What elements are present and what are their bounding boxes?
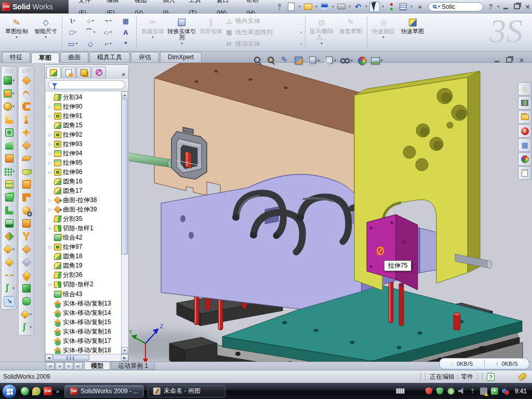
solidworks-search-button[interactable]: S [518, 124, 531, 138]
restore-button[interactable] [512, 3, 521, 10]
spline-dropdown-icon[interactable]: ▾ [110, 19, 112, 23]
circle-button[interactable]: ○▾ [82, 15, 99, 26]
features-toolbar-item-18[interactable] [2, 296, 17, 307]
features-toolbar-item-7[interactable] [2, 153, 17, 164]
doc-close-button[interactable]: × [517, 56, 526, 63]
tab-nav-button-4[interactable]: ▸| [74, 362, 83, 370]
display-style-dropdown-icon[interactable]: ▾ [334, 58, 336, 63]
mold-toolbar-item-12[interactable] [19, 218, 34, 229]
tab-nav-button-3[interactable]: ▸ [64, 362, 73, 370]
pin-icon[interactable] [274, 2, 285, 12]
security-app-icon[interactable] [32, 387, 41, 395]
network-alert-icon[interactable] [480, 388, 487, 395]
tree-item[interactable]: 实体-移动/复制15 [48, 317, 121, 327]
rectangle-dropdown-icon[interactable]: ▾ [74, 30, 76, 34]
mold-toolbar-item-6[interactable] [19, 140, 34, 151]
line-button[interactable]: \▾ [64, 15, 82, 26]
mold-toolbar-item-4[interactable] [19, 114, 34, 125]
features-toolbar-item-13[interactable] [2, 231, 17, 242]
polygon-button[interactable]: ◇ [82, 38, 99, 49]
select-dropdown-icon[interactable]: ▾ [382, 4, 384, 9]
tree-item[interactable]: 实体-移动/复制16 [48, 327, 121, 336]
tab-featuremanager[interactable] [46, 66, 61, 78]
health-shield-icon[interactable] [491, 388, 498, 395]
doc-restore-button[interactable] [505, 56, 513, 63]
expander-icon[interactable]: ▷ [48, 161, 52, 165]
input-indicator-icon[interactable] [396, 388, 405, 394]
features-toolbar-item-16[interactable] [2, 270, 17, 281]
select-icon[interactable] [369, 2, 380, 12]
quick-launch-overflow[interactable]: » [56, 388, 59, 394]
tree-item[interactable]: ▷切除-放样1 [48, 224, 121, 233]
slot-button[interactable]: ▭▾ [64, 38, 82, 49]
features-toolbar-dropdown-icon[interactable]: ▾ [12, 169, 15, 174]
tree-item[interactable]: ▷拉伸94 [48, 149, 121, 158]
features-toolbar-item-2[interactable]: ▾ [2, 88, 17, 99]
features-toolbar-item-14[interactable]: ▾ [2, 244, 17, 255]
tree-item[interactable]: ▷拉伸91 [48, 111, 121, 121]
messenger-icon[interactable] [21, 387, 29, 395]
tree-item[interactable]: 实体-移动/复制18 [48, 345, 121, 354]
mold-toolbar-dropdown-icon[interactable]: ▾ [30, 312, 32, 316]
section-view-button[interactable] [294, 56, 303, 65]
new-document-icon[interactable] [286, 2, 297, 12]
move-entities-button[interactable]: ⇄ 移动实体 ▾ [225, 38, 303, 49]
rapid-sketch-button[interactable]: 快速草图 [398, 15, 427, 50]
hide-show-items-button[interactable]: ▾ [340, 56, 353, 65]
mold-toolbar-item-20[interactable]: ▾ [19, 322, 34, 333]
arc-dropdown-icon[interactable]: ▾ [94, 30, 96, 34]
trim-entities-button[interactable]: ✂ 剪裁实体 ▾ [138, 15, 167, 50]
command-tab-曲面[interactable]: 曲面 [60, 52, 88, 62]
slot-dropdown-icon[interactable]: ▾ [75, 42, 77, 46]
undo-icon[interactable] [353, 2, 363, 12]
minimize-button[interactable] [501, 3, 510, 10]
mold-toolbar-item-14[interactable] [19, 244, 34, 255]
mold-toolbar-item-15[interactable] [19, 257, 34, 268]
save-dropdown-icon[interactable]: ▾ [332, 4, 334, 9]
scroll-left-icon[interactable]: ◀ [45, 354, 52, 361]
solidworks-resources-button[interactable]: ⌂ [518, 82, 531, 96]
zoom-selection-button[interactable] [280, 56, 289, 65]
features-toolbar-dropdown-icon[interactable]: ▾ [12, 91, 15, 96]
volume-icon[interactable] [458, 388, 466, 395]
scroll-up-icon[interactable]: ▲ [122, 91, 128, 98]
tag-icon[interactable] [518, 372, 528, 381]
tree-item[interactable]: ▷拉伸97 [48, 243, 121, 252]
sketch-fillet-dropdown-icon[interactable]: ▾ [110, 42, 112, 46]
trim-pattern-button[interactable]: ▦ [117, 15, 135, 26]
tree-item[interactable]: 分割34 [48, 92, 121, 102]
doc-minimize-button[interactable] [493, 56, 501, 63]
print-icon[interactable] [336, 2, 347, 12]
3d-model-scene[interactable]: Y Z X [129, 63, 532, 362]
mold-toolbar-item-18[interactable] [19, 296, 34, 307]
help-button[interactable]: ? [486, 3, 495, 10]
tree-item[interactable]: 圆角15 [48, 121, 121, 130]
circle-dropdown-icon[interactable]: ▾ [92, 19, 94, 23]
command-tab-草图[interactable]: 草图 [31, 52, 59, 63]
tab-nav-button-2[interactable]: ◂ [55, 362, 64, 370]
mold-toolbar-item-7[interactable] [19, 153, 34, 164]
convert-dropdown-icon[interactable]: ▾ [181, 41, 183, 46]
solidworks-launcher-icon[interactable]: SW [44, 387, 52, 395]
features-toolbar-dropdown-icon[interactable]: ▾ [12, 78, 15, 83]
status-help-icon[interactable]: ? [487, 373, 495, 381]
view-palette-button[interactable]: ▦ [518, 138, 531, 152]
tab-configurationmanager[interactable] [76, 66, 91, 78]
bottom-tab-运动算例 1[interactable]: 运动算例 1 [111, 362, 155, 370]
mold-toolbar-item-19[interactable]: ▾ [19, 309, 34, 320]
expander-icon[interactable]: ▷ [48, 198, 52, 203]
tree-item[interactable]: 分割36 [48, 271, 121, 280]
offset-entities-button[interactable]: ∥ 等距实体 [196, 15, 225, 50]
upload-arrow-icon[interactable]: ⇡ [469, 388, 476, 395]
tree-item[interactable]: 组合43 [48, 289, 121, 299]
features-toolbar-item-1[interactable]: ▾ [2, 75, 17, 86]
line-dropdown-icon[interactable]: ▾ [73, 19, 75, 23]
tree-item[interactable]: 组合42 [48, 233, 121, 243]
mold-toolbar-item-1[interactable] [19, 75, 34, 86]
display-style-button[interactable]: ▾ [324, 56, 336, 65]
file-explorer-button[interactable] [518, 110, 531, 124]
features-toolbar-dropdown-icon[interactable]: ▾ [12, 104, 15, 109]
point-button[interactable]: * [117, 38, 135, 49]
arc-button[interactable]: ⌒▾ [82, 26, 99, 38]
expander-icon[interactable]: ▷ [48, 151, 52, 156]
